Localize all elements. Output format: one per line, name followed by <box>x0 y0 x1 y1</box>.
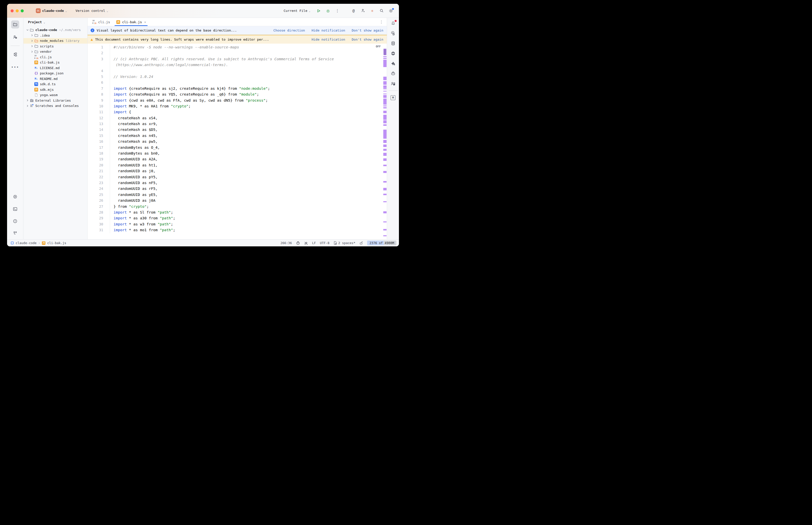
zoom-window-button[interactable] <box>21 9 24 12</box>
tree-item-sdk-d-ts[interactable]: TSsdk.d.ts <box>24 81 87 87</box>
code-line-29[interactable]: 29import * as a30 from "path"; <box>88 215 387 221</box>
pull-requests-tool-icon[interactable]: ? <box>11 33 19 41</box>
chevron-right-icon[interactable] <box>30 39 34 43</box>
terminal-tool-icon[interactable] <box>11 205 19 213</box>
caret-position-widget[interactable]: 266:36 <box>281 241 292 245</box>
tree-item-readme-md[interactable]: M↓README.md <box>24 76 87 82</box>
chevron-right-icon[interactable] <box>26 104 30 108</box>
editor-scrollbar-stripe[interactable] <box>383 44 387 239</box>
code-line-5[interactable]: 5// Version: 1.0.24 <box>88 74 387 80</box>
breadcrumb-project[interactable]: claude-code <box>16 241 36 245</box>
code-line-26[interactable]: 26 randomUUID as j0A <box>88 198 387 204</box>
more-tool-windows-icon[interactable]: ••• <box>11 63 19 71</box>
tree-item-external-libraries[interactable]: External Libraries <box>24 98 87 103</box>
search-everywhere-icon[interactable] <box>379 8 384 13</box>
tree-item-cli-js[interactable]: 100JScli.js <box>24 55 87 60</box>
chevron-right-icon[interactable] <box>30 44 34 48</box>
banner-link-choose-direction[interactable]: Choose direction <box>273 29 305 32</box>
code-line-2[interactable]: 2 <box>88 50 387 56</box>
structure-tool-icon[interactable] <box>11 50 19 59</box>
settings-gear-icon[interactable] <box>388 8 394 13</box>
chevron-down-icon[interactable]: ⌄ <box>44 21 45 24</box>
tree-item-license-md[interactable]: M↓LICENSE.md <box>24 65 87 71</box>
database-tool-icon[interactable] <box>390 40 396 47</box>
git-tool-icon[interactable] <box>11 229 19 237</box>
tree-item-package-json[interactable]: {}package.json <box>24 71 87 76</box>
code-line-4[interactable]: 4 <box>88 68 387 74</box>
memory-indicator[interactable]: 2376 of 4900M <box>367 241 396 245</box>
code-line-27[interactable]: 27} from "crypto"; <box>88 204 387 210</box>
tree-item-scratches-and-consoles[interactable]: Scratches and Consoles <box>24 103 87 109</box>
code-line-16[interactable]: 16 createHash as pw5, <box>88 139 387 145</box>
line-ending-widget[interactable]: LF <box>312 241 316 245</box>
banner-link-hide-notification[interactable]: Hide notification <box>312 29 345 32</box>
plugin-puzzle-tool-icon[interactable] <box>390 60 396 67</box>
breadcrumb-file[interactable]: cli-bak.js <box>47 241 66 245</box>
code-line-3[interactable]: 3// (c) Anthropic PBC. All rights reserv… <box>88 56 387 62</box>
code-line-1[interactable]: 1#!/usr/bin/env -S node --no-warnings --… <box>88 44 387 50</box>
code-line-7[interactable]: 7import {createRequire as sj2, createReq… <box>88 86 387 92</box>
code-line-18[interactable]: 18 randomBytes as bn0, <box>88 151 387 156</box>
highlighting-level-icon[interactable] <box>304 241 308 245</box>
close-tab-icon[interactable]: ✕ <box>144 20 146 24</box>
close-window-button[interactable] <box>11 9 14 12</box>
code-line-24[interactable]: 24 randomUUID as rF5, <box>88 186 387 192</box>
code-line-19[interactable]: 19 randomUUID as A2A, <box>88 156 387 162</box>
readonly-lock-icon[interactable] <box>359 241 363 245</box>
run-button[interactable] <box>316 8 321 13</box>
vcs-widget[interactable]: Version control ⌄ <box>73 8 110 14</box>
m-plugin-tool-icon[interactable]: M <box>390 94 396 101</box>
tree-item-yoga-wasm[interactable]: yoga.wasm <box>24 92 87 98</box>
tree-item-node-modules[interactable]: node_moduleslibrary <box>24 38 87 44</box>
code-line-20[interactable]: 20 randomUUID as ht1, <box>88 162 387 168</box>
code-line-17[interactable]: 17 randomBytes as O_4, <box>88 145 387 151</box>
editor-tab-cli-bak-js[interactable]: JScli-bak.js✕ <box>113 18 149 26</box>
code-line-9[interactable]: 9import {cwd as e0A, cwd as FfA, cwd as … <box>88 97 387 103</box>
encoding-widget[interactable]: UTF-8 <box>320 241 329 245</box>
mentions-icon[interactable]: @ <box>351 8 356 13</box>
notifications-bell-icon[interactable] <box>390 20 396 27</box>
code-line-11[interactable]: 11import { <box>88 109 387 115</box>
scrollbar-thumb[interactable] <box>384 49 386 55</box>
x-plugin-tool-icon[interactable] <box>390 50 396 57</box>
code-line-10[interactable]: 10import MK9, * as HA1 from "crypto"; <box>88 103 387 109</box>
code-line-14[interactable]: 14 createHash as $D5, <box>88 127 387 133</box>
code-line-12[interactable]: 12 createHash as xS4, <box>88 115 387 121</box>
code-review-chat-tool-icon[interactable] <box>390 80 396 87</box>
ai-status-icon[interactable] <box>296 241 300 245</box>
inspections-off-indicator[interactable]: OFF <box>376 45 381 48</box>
code-line-13[interactable]: 13 createHash as xr9, <box>88 121 387 127</box>
tree-item-vendor[interactable]: vendor <box>24 49 87 55</box>
tree-item-scripts[interactable]: scripts <box>24 44 87 49</box>
tree-item-cli-bak-js[interactable]: JScli-bak.js <box>24 60 87 65</box>
chevron-right-icon[interactable] <box>30 50 34 54</box>
tree-item-claude-code[interactable]: claude-code~/.nvm/vers <box>24 27 87 33</box>
debug-button[interactable] <box>325 8 330 13</box>
code-line-wrap[interactable]: (https://www.anthropic.com/legal/commerc… <box>88 62 387 68</box>
code-line-21[interactable]: 21 randomUUID as j0, <box>88 168 387 174</box>
code-line-8[interactable]: 8import {createRequire as YQ5, createReq… <box>88 92 387 97</box>
code-line-15[interactable]: 15 createHash as n45, <box>88 133 387 139</box>
code-line-23[interactable]: 23 randomUUID as nF5, <box>88 180 387 186</box>
run-anything-tool-icon[interactable] <box>11 193 19 201</box>
chevron-down-icon[interactable] <box>26 28 30 32</box>
code-line-31[interactable]: 31import * as mo1 from "path"; <box>88 227 387 233</box>
run-configuration-selector[interactable]: Current File ⌄ <box>284 9 310 13</box>
banner-link-hide-notification[interactable]: Hide notification <box>312 38 345 41</box>
project-widget[interactable]: CC claude-code ⌄ <box>34 7 69 14</box>
ai-assistant-icon[interactable]: ✳ <box>370 8 375 13</box>
code-line-6[interactable]: 6 <box>88 80 387 86</box>
indent-widget[interactable]: 2 spaces* <box>333 241 355 245</box>
tree-item-idea[interactable]: .idea <box>24 33 87 38</box>
problems-tool-icon[interactable] <box>11 217 19 225</box>
banner-link-don-t-show-again[interactable]: Don't show again <box>352 38 383 41</box>
chevron-right-icon[interactable] <box>26 98 30 102</box>
tree-item-sdk-mjs[interactable]: JSsdk.mjs <box>24 87 87 92</box>
code-line-30[interactable]: 30import * as w3 from "path"; <box>88 221 387 227</box>
editor-tab-cli-js[interactable]: 100JScli.js <box>89 18 113 26</box>
code-line-22[interactable]: 22 randomUUID as pY5, <box>88 174 387 180</box>
banner-link-don-t-show-again[interactable]: Don't show again <box>352 29 383 32</box>
project-tool-icon[interactable] <box>11 20 19 29</box>
code-editor[interactable]: OFF 1#!/usr/bin/env -S node --no-warning… <box>88 44 387 239</box>
code-line-28[interactable]: 28import * as Sl from "path"; <box>88 210 387 215</box>
